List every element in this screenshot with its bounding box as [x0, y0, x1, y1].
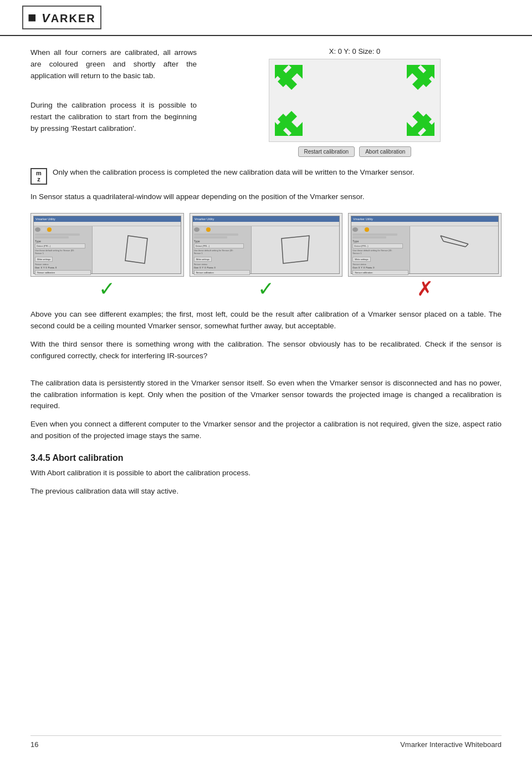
section3-text: Only when the calibration process is com… [53, 167, 415, 179]
screenshot-3: Vmarker Utility Type [348, 213, 502, 299]
screenshot-2-box: Vmarker Utility Type [190, 213, 343, 277]
check-mark-1: ✓ [99, 279, 115, 299]
section6-text1: The calibration data is persistently sto… [30, 378, 502, 413]
section1-text: When all four corners are calibrated, al… [30, 47, 197, 157]
section1-paragraph: When all four corners are calibrated, al… [30, 47, 197, 82]
section6-text2: Even when you connect a different comput… [30, 419, 502, 442]
check-mark-2: ✓ [258, 279, 274, 299]
calibration-diagram: X: 0 Y: 0 Size: 0 [208, 47, 502, 157]
section4-text: In Sensor status a quadrilateral-window … [30, 191, 502, 203]
screenshots-row: Vmarker Utility [30, 213, 502, 299]
logo-box: ■ VARKER [22, 6, 101, 29]
mini-window-1: Vmarker Utility [33, 216, 181, 274]
page-number: 16 [30, 740, 38, 749]
calib-buttons: Restart calibration Abort calibration [298, 146, 412, 157]
svg-line-10 [441, 236, 468, 244]
abort-calibration-button[interactable]: Abort calibration [359, 146, 411, 157]
header: ■ VARKER [0, 0, 532, 36]
section2-paragraph: During the calibration process it is pos… [30, 100, 197, 135]
svg-marker-9 [282, 236, 309, 263]
section5-text2: With the third sensor there is something… [30, 339, 502, 362]
mz-badge-icon: m z [30, 168, 47, 185]
section7-text1: With Abort calibration it is possible to… [30, 468, 502, 479]
section3-row: m z Only when the calibration process is… [30, 167, 502, 185]
restart-calibration-button[interactable]: Restart calibration [298, 146, 355, 157]
screenshot-1-box: Vmarker Utility [30, 213, 184, 277]
footer: 16 Vmarker Interactive Whiteboard [30, 735, 502, 749]
logo-text: VARKER [37, 9, 96, 26]
coords-display: X: 0 Y: 0 Size: 0 [329, 47, 380, 55]
arrow-topright-icon [407, 62, 437, 93]
arrow-topleft-icon [272, 62, 303, 93]
screenshot-2: Vmarker Utility Type [190, 213, 343, 299]
section-row-1: When all four corners are calibrated, al… [30, 47, 502, 157]
arrow-bottomright-icon [407, 108, 437, 139]
svg-marker-8 [125, 236, 147, 263]
screenshot-1: Vmarker Utility [30, 213, 184, 299]
mini-window-2: Vmarker Utility Type [192, 216, 340, 274]
screenshot-3-box: Vmarker Utility Type [348, 213, 502, 277]
section7-heading: 3.4.5 Abort calibration [30, 453, 502, 463]
footer-title: Vmarker Interactive Whiteboard [400, 740, 502, 749]
x-mark-3: ✗ [417, 279, 433, 299]
section7-text2: The previous calibration data will stay … [30, 486, 502, 497]
logo-icon: ■ [28, 9, 37, 26]
badge-bottom: z [37, 176, 40, 182]
svg-line-11 [466, 244, 468, 247]
section5-text1: Above you can see different examples; th… [30, 309, 502, 332]
arrow-bottomleft-icon [272, 108, 303, 139]
mini-window-3: Vmarker Utility Type [351, 216, 499, 274]
main-content: When all four corners are calibrated, al… [0, 36, 532, 521]
